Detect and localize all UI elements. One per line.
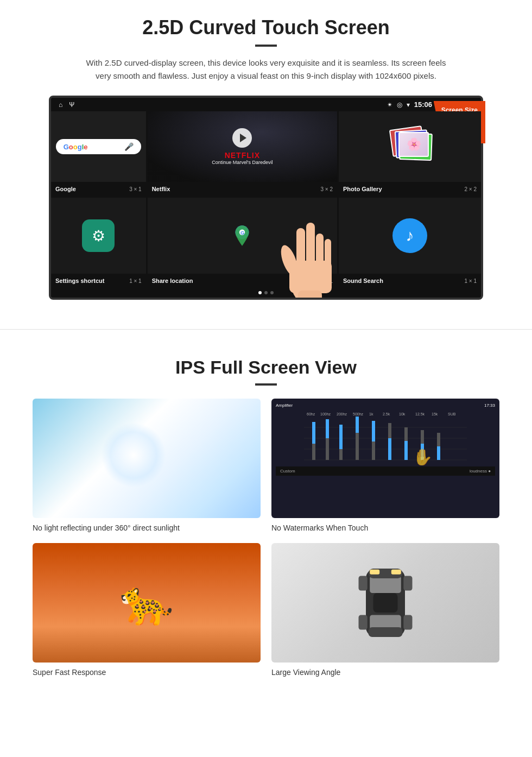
google-label: Google [55,186,76,192]
app-cell-settings[interactable]: ⚙ [51,198,146,274]
svg-text:60hz: 60hz [307,412,315,416]
section-curved-screen: 2.5D Curved Touch Screen With 2.5D curve… [0,0,532,313]
feature-equalizer: Amplifier 17:33 60hz 100hz 200hz 500hz 1… [271,399,499,532]
app-label-gallery: Photo Gallery 2 × 2 [339,185,481,193]
status-time: 15:06 [414,100,432,109]
section2-title: IPS Full Screen View [33,357,499,378]
app-grid-row1: Google 🎤 NETFLIX Continue Marvel's Dared… [51,111,481,182]
feature-car: Large Viewing Angle [271,543,499,677]
cheetah-bg: 🐆 [33,543,261,663]
svg-rect-38 [404,441,408,460]
svg-rect-32 [356,417,359,433]
app-cell-google[interactable]: Google 🎤 [51,111,146,182]
svg-text:15k: 15k [432,412,438,416]
svg-text:2.5k: 2.5k [383,412,390,416]
svg-rect-51 [359,615,368,630]
svg-text:✋: ✋ [413,447,433,465]
play-triangle-icon [240,134,246,142]
dot-1 [258,291,262,294]
settings-size: 1 × 1 [129,278,142,284]
features-grid: No light reflecting under 360° direct su… [33,399,499,677]
music-icon-bg: ♪ [392,218,427,253]
eq-header: Amplifier 17:33 [276,403,495,408]
feature-cheetah: 🐆 Super Fast Response [33,543,261,677]
settings-label: Settings shortcut [55,277,104,284]
google-search-bar[interactable]: Google 🎤 [56,139,141,154]
eq-footer: Custom loudness ● [276,466,495,476]
bluetooth-icon: ✴ [387,101,392,109]
maps-icon: G [229,222,256,249]
eq-amplifier-label: Amplifier [276,403,293,408]
pagination-dots [51,288,481,298]
svg-text:SUB: SUB [448,412,456,416]
svg-rect-53 [373,593,398,613]
svg-rect-26 [312,422,315,444]
status-bar: ⌂ Ψ ✴ ◎ ▾ 15:06 ⊡ ◁) ⊠ ▭ [51,98,481,111]
equalizer-svg: 60hz 100hz 200hz 500hz 1k 2.5k 10k 12.5k… [278,411,493,465]
app-labels-row1: Google 3 × 1 Netflix 3 × 2 Photo Gallery… [51,182,481,196]
device-screen: ⌂ Ψ ✴ ◎ ▾ 15:06 ⊡ ◁) ⊠ ▭ [49,96,483,300]
svg-rect-30 [339,425,343,449]
music-note-icon: ♪ [406,226,414,245]
home-icon: ⌂ [59,101,62,109]
section2-divider [255,383,277,386]
mic-icon: 🎤 [124,142,134,151]
svg-rect-49 [359,576,368,591]
maps-label: Share location [152,277,193,284]
svg-rect-28 [326,419,329,438]
google-size: 3 × 1 [129,186,142,192]
svg-text:G: G [240,230,244,236]
app-label-settings: Settings shortcut 1 × 1 [51,276,146,285]
svg-text:200hz: 200hz [337,412,347,416]
feature-cheetah-image: 🐆 [33,543,261,663]
svg-text:500hz: 500hz [353,412,364,416]
svg-rect-52 [403,615,412,630]
play-button[interactable] [232,128,252,148]
feature-sunlight: No light reflecting under 360° direct su… [33,399,261,532]
gallery-flower-img: 🌸 [398,132,429,157]
settings-icon-bg: ⚙ [82,219,115,252]
feature-sunlight-image [33,399,261,518]
svg-rect-42 [437,446,440,460]
app-grid-row2: ⚙ G [51,198,481,274]
car-top-view-svg [353,554,418,652]
svg-rect-48 [369,627,403,637]
gallery-stack: 🌸 [391,128,429,166]
svg-rect-50 [403,576,412,591]
app-cell-maps[interactable]: G [148,198,337,274]
section-ips-view: IPS Full Screen View No light reflecting… [0,346,532,693]
app-cell-netflix[interactable]: NETFLIX Continue Marvel's Daredevil [148,111,337,182]
page-divider [0,329,532,330]
feature-equalizer-label: No Watermarks When Touch [271,523,499,532]
eq-custom-label: Custom [280,469,295,474]
svg-text:100hz: 100hz [320,412,331,416]
netflix-content: NETFLIX Continue Marvel's Daredevil [212,128,273,165]
title-divider [255,45,277,47]
feature-sunlight-label: No light reflecting under 360° direct su… [33,523,261,532]
svg-rect-45 [370,576,401,594]
feature-equalizer-image: Amplifier 17:33 60hz 100hz 200hz 500hz 1… [271,399,499,518]
feature-car-image [271,543,499,663]
section1-description: With 2.5D curved-display screen, this de… [81,56,451,83]
svg-rect-34 [372,421,375,441]
svg-rect-54 [370,570,379,575]
eq-loudness-label: loudness ● [470,469,491,474]
gear-icon: ⚙ [92,227,105,245]
app-cell-gallery[interactable]: 🌸 [339,111,481,182]
status-left: ⌂ Ψ [59,101,74,109]
svg-rect-55 [391,570,401,575]
app-label-google: Google 3 × 1 [51,185,146,193]
gallery-label: Photo Gallery [343,186,382,192]
svg-text:10k: 10k [399,412,406,416]
wifi-icon: ▾ [407,101,410,109]
netflix-subtitle: Continue Marvel's Daredevil [212,160,273,165]
car-bg [271,543,499,663]
app-labels-row2: Settings shortcut 1 × 1 Share location 1… [51,274,481,288]
netflix-label: Netflix [152,186,170,192]
eq-time: 17:33 [484,403,495,408]
hand-touch-illustration [267,195,353,300]
app-label-music: Sound Search 1 × 1 [339,276,481,285]
app-cell-music[interactable]: ♪ [339,198,481,274]
gallery-size: 2 × 2 [464,186,477,192]
feature-cheetah-label: Super Fast Response [33,668,261,677]
